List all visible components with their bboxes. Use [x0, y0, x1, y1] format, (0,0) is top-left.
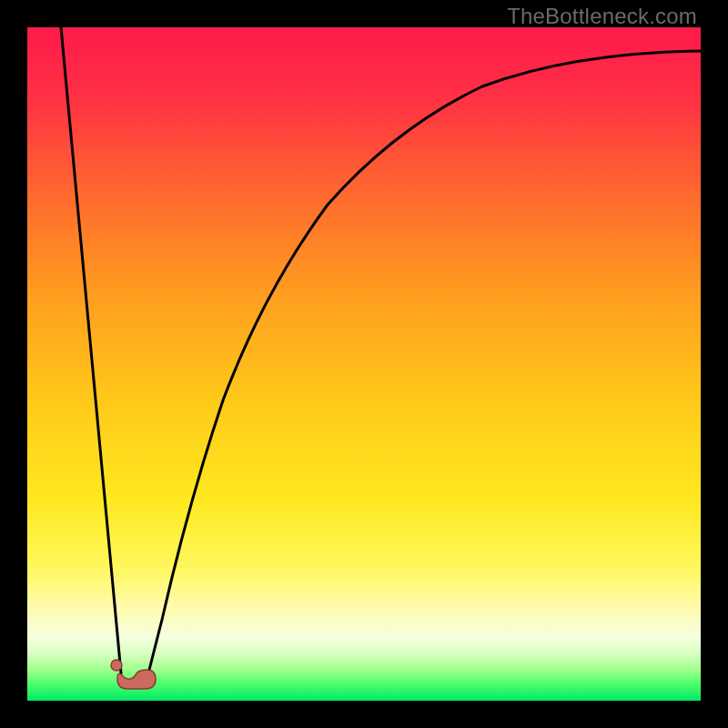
plot-area: [27, 27, 701, 701]
watermark-text: TheBottleneck.com: [507, 4, 697, 29]
marker-blob: [117, 670, 156, 689]
outer-frame: TheBottleneck.com: [0, 0, 728, 728]
curve-right-branch: [148, 51, 701, 673]
curve-left-branch: [61, 27, 121, 673]
curve-layer: [27, 27, 701, 701]
marker-dot: [111, 660, 122, 671]
